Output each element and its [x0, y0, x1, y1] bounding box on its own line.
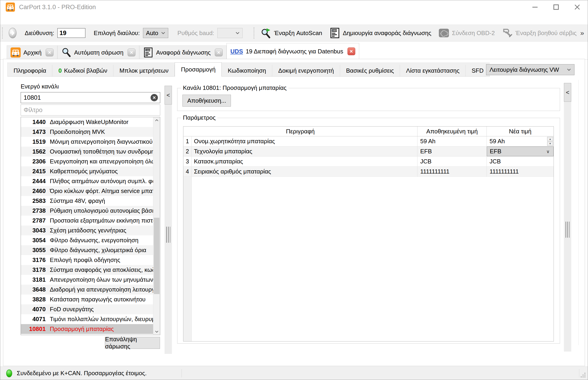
new-value-cell[interactable]: JCB ∨ ▲ ▼	[487, 156, 554, 166]
splitter-grip-icon[interactable]	[566, 222, 570, 238]
new-value: 1111111111	[489, 168, 519, 175]
toolbar-button[interactable]: OBD Δημιουργία αναφοράς διάγνωσης	[326, 26, 435, 40]
car-icon	[11, 47, 21, 57]
channel-id: 3043	[24, 227, 46, 234]
document-tab[interactable]: Αυτόματη σάρωση ×	[57, 45, 139, 59]
scrollbar-thumb[interactable]	[154, 218, 160, 294]
diagnosis-mode-dropdown[interactable]: Λειτουργία διάγνωσης VW	[486, 64, 574, 75]
channel-list-item[interactable]: 4071 Τιμόνι πολλαπλών λειτουργιών, διευρ…	[21, 314, 153, 324]
resize-grip-icon[interactable]	[584, 373, 586, 374]
channel-list-item[interactable]: 10801 Προσαρμογή μπαταρίας	[21, 324, 153, 334]
subtab[interactable]: Κωδικοποίηση	[222, 65, 272, 76]
toolbar-button[interactable]: Έναρξη AutoScan	[257, 26, 326, 40]
subtab[interactable]: Δοκιμή ενεργοποιητή	[272, 65, 340, 76]
toolbar-grip[interactable]	[254, 27, 254, 39]
window-title: CarPort 3.1.0 - PRO-Edition	[19, 4, 96, 11]
channel-list-item[interactable]: 2444 Πλήθος αιτημάτων αυτόνομη συμπλ. φό…	[21, 176, 153, 186]
statusbar-divider	[579, 369, 579, 378]
subtab[interactable]: Λίστα εγκατάστασης	[400, 65, 466, 76]
content-area: Πληροφορία 0 Κωδικοί βλαβών Μπλοκ μετρήσ…	[3, 59, 585, 366]
parameter-table: Περιγραφή Αποθηκευμένη τιμή Νέα τιμή 1 Ο…	[183, 126, 554, 342]
collapse-left-button[interactable]: <	[165, 86, 172, 105]
channel-name: Πλήθος αιτημάτων αυτόνομη συμπλ. φόρτιση	[50, 178, 153, 185]
splitter-grip-icon[interactable]	[166, 227, 170, 243]
save-button[interactable]: Αποθήκευση...	[183, 95, 231, 107]
subtab-label: Λίστα εγκατάστασης	[406, 67, 460, 74]
new-value-cell[interactable]: 59 Ah ∨ ▲ ▼	[487, 136, 554, 146]
channel-input[interactable]	[21, 92, 160, 103]
channel-id: 3181	[24, 276, 46, 283]
channel-list-item[interactable]: 2738 Ρύθμιση υπολογισμού αυτονομίας βάσε…	[21, 206, 153, 216]
toolbar-button[interactable]: Σύνδεση OBD-2	[435, 26, 499, 40]
active-channel-label: Ενεργό κανάλι	[21, 83, 59, 90]
spin-down-icon[interactable]: ▼	[547, 142, 553, 146]
channel-list-item[interactable]: 1473 Προειδοποίηση MVK	[21, 127, 153, 137]
channel-list-item[interactable]: 1519 Μόνιμη απενεργοποίηση διαγνωστικού …	[21, 137, 153, 147]
tab-close-icon[interactable]: ×	[215, 49, 223, 56]
toolbar-grip[interactable]	[2, 27, 3, 39]
channel-list-item[interactable]: 3054 Φίλτρο διάγνωσης, ενεργοποίηση	[21, 235, 153, 245]
channel-list-item[interactable]: 1562 Ονομαστική τοποθέτηση των συνδρομητ…	[21, 147, 153, 156]
filter-input[interactable]	[21, 105, 160, 115]
channel-id: 3648	[24, 286, 46, 293]
tab-close-icon[interactable]: ×	[128, 49, 135, 56]
new-value-cell[interactable]: 1111111111 ∨ ▲ ▼	[487, 167, 554, 176]
channel-name: Όριο κύκλων φόρτ. Αίτημα service μπαταρί…	[50, 188, 153, 195]
channel-list-item[interactable]: 3181 Απενεργοποίηση όλων των μηνυμάτων π…	[21, 275, 153, 285]
channel-list-item[interactable]: 4070 FoD συνεργάτης	[21, 304, 153, 314]
chevron-down-icon[interactable]	[153, 328, 160, 335]
tab-close-icon[interactable]: ×	[347, 47, 355, 55]
row-number: 4	[183, 167, 192, 176]
subtab[interactable]: 0 Κωδικοί βλαβών	[52, 65, 113, 76]
channel-list-item[interactable]: 3043 Σχέση μετάδοσης γεννήτριας	[21, 226, 153, 235]
address-input[interactable]	[57, 28, 85, 38]
channel-list-item[interactable]: 1440 Διαμόρφωση WakeUpMonitor	[21, 117, 153, 127]
rescan-button[interactable]: Επανάληψη σάρωσης	[105, 337, 160, 349]
subtab[interactable]: Μπλοκ μετρήσεων	[113, 65, 175, 76]
channel-list-item[interactable]: 2460 Όριο κύκλων φόρτ. Αίτημα service μπ…	[21, 186, 153, 196]
new-value-cell[interactable]: EFB ∨ ▲ ▼	[487, 147, 554, 156]
bus-select[interactable]: Auto	[143, 28, 168, 38]
channel-list-scrollbar[interactable]	[153, 117, 160, 335]
channel-list-item[interactable]: 3176 Επιλογή προφίλ οδήγησης	[21, 255, 153, 265]
left-splitter[interactable]: <	[165, 86, 172, 354]
new-value: JCB	[489, 158, 501, 165]
row-number: 1	[183, 136, 192, 146]
channel-list-item[interactable]: 2415 Καθρεπτισμός μηνύματος	[21, 166, 153, 176]
channel-list-item[interactable]: 2306 Ενεργοποίηση και απενεργοποίηση όλω…	[21, 156, 153, 166]
maximize-icon[interactable]	[546, 0, 567, 14]
tab-close-icon[interactable]: ×	[46, 49, 53, 56]
report-icon: OBD	[143, 47, 153, 57]
new-value: 59 Ah	[489, 138, 505, 145]
value-spinner[interactable]: ▲ ▼	[547, 137, 553, 146]
arrow-right-icon[interactable]	[9, 28, 17, 38]
channel-list-item[interactable]: 2583 Σύστημα 48V, φραγή	[21, 196, 153, 206]
subtab[interactable]: Πληροφορία	[8, 65, 52, 76]
channel-id: 3054	[24, 237, 46, 244]
subtab[interactable]: Προσαρμογή	[175, 62, 222, 76]
document-tab[interactable]: Αρχική ×	[7, 45, 57, 59]
channel-list-item[interactable]: 10812 Δεδομένα επιπέδου παραγωγής1	[21, 334, 153, 335]
subtab[interactable]: Βασικές ρυθμίσεις	[340, 65, 400, 76]
minimize-icon[interactable]	[525, 0, 546, 14]
collapse-right-button[interactable]: <	[564, 83, 571, 102]
close-icon[interactable]	[567, 0, 588, 14]
channel-list: 1440 Διαμόρφωση WakeUpMonitor 1473 Προει…	[21, 117, 160, 335]
right-splitter[interactable]: <	[564, 83, 571, 352]
document-tab[interactable]: OBD Αναφορά διάγνωσης ×	[139, 45, 227, 59]
channel-name: Επιλογή προφίλ οδήγησης	[50, 256, 120, 264]
toolbar-overflow-button[interactable]: »	[580, 29, 584, 37]
channel-list-item[interactable]: 3648 Διαδρομή για απενεργοποίηση λειτουρ…	[21, 285, 153, 295]
chevron-down-icon: ∨	[546, 149, 550, 154]
channel-list-item[interactable]: 2787 Προστασία εξαρτημάτων εκκίνηση πιστ…	[21, 216, 153, 226]
chevron-up-icon[interactable]	[153, 117, 160, 124]
spin-up-icon[interactable]: ▲	[547, 137, 553, 141]
channel-list-item[interactable]: 3178 Σύστημα αναφοράς για αποκλίσεις, κω…	[21, 265, 153, 275]
clear-circle-icon[interactable]: ×	[150, 94, 158, 101]
channel-list-item[interactable]: 3828 Κατάσταση παραγωγής αυτοκινήτου	[21, 295, 153, 304]
document-tab[interactable]: UDS 19 Διεπαφή διάγνωσης για Datenbus ×	[227, 43, 359, 59]
channel-id: 2583	[24, 197, 46, 205]
channel-list-item[interactable]: 3055 Φίλτρο διάγνωσης, χιλιομετρικά όρια	[21, 245, 153, 255]
toolbar-button[interactable]: Έναρξη βοηθού σέρβις	[499, 26, 580, 40]
subtab-bar: Πληροφορία 0 Κωδικοί βλαβών Μπλοκ μετρήσ…	[7, 62, 490, 76]
